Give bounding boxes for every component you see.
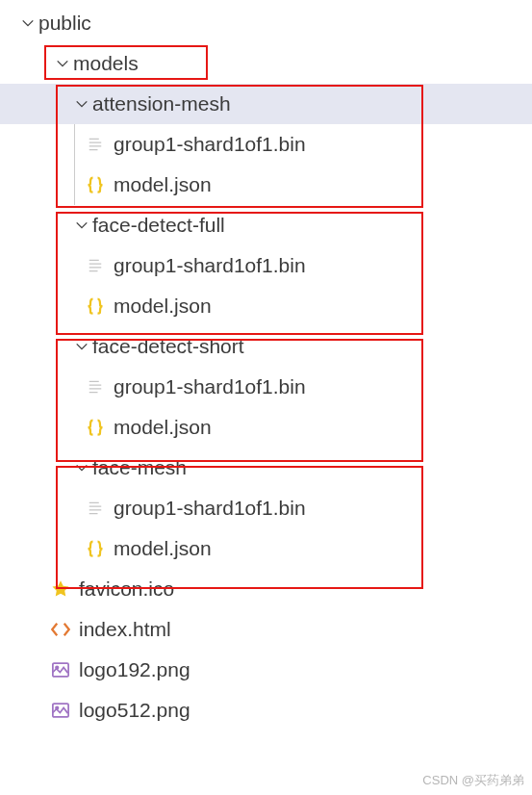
file-label: model.json [114, 295, 212, 318]
file-icon [83, 377, 108, 397]
tree-item-face-mesh[interactable]: face-mesh [0, 448, 532, 488]
tree-item-json-file[interactable]: model.json [0, 165, 532, 205]
tree-item-favicon[interactable]: favicon.ico [0, 569, 532, 609]
tree-item-public[interactable]: public [0, 3, 532, 43]
file-label: group1-shard1of1.bin [114, 375, 306, 398]
file-label: index.html [79, 618, 171, 641]
file-label: logo512.png [79, 699, 190, 722]
file-tree: public models attension-mesh group1-shar… [0, 0, 532, 738]
image-icon [48, 660, 73, 680]
file-label: group1-shard1of1.bin [114, 133, 306, 156]
json-icon [83, 418, 108, 437]
file-label: model.json [114, 173, 212, 196]
tree-item-json-file[interactable]: model.json [0, 407, 532, 448]
json-icon [83, 296, 108, 316]
chevron-down-icon [71, 97, 92, 111]
folder-label: models [73, 52, 139, 75]
json-icon [83, 175, 108, 194]
tree-item-logo512[interactable]: logo512.png [0, 690, 532, 731]
file-label: logo192.png [79, 658, 190, 681]
star-icon [48, 579, 73, 599]
file-label: favicon.ico [79, 577, 174, 601]
chevron-down-icon [71, 461, 92, 474]
chevron-down-icon [71, 218, 92, 232]
folder-label: public [38, 12, 91, 35]
tree-item-models[interactable]: models [0, 43, 532, 84]
file-icon [83, 256, 108, 275]
folder-label: attension-mesh [92, 92, 231, 115]
html-icon [48, 620, 73, 639]
svg-point-1 [56, 666, 59, 669]
tree-item-face-detect-full[interactable]: face-detect-full [0, 205, 532, 245]
tree-item-bin-file[interactable]: group1-shard1of1.bin [0, 245, 532, 286]
tree-item-json-file[interactable]: model.json [0, 528, 532, 569]
file-icon [83, 135, 108, 154]
tree-item-bin-file[interactable]: group1-shard1of1.bin [0, 367, 532, 407]
json-icon [83, 539, 108, 558]
chevron-down-icon [52, 57, 73, 70]
tree-item-index[interactable]: index.html [0, 609, 532, 650]
chevron-down-icon [17, 16, 38, 30]
tree-item-attension-mesh[interactable]: attension-mesh [0, 84, 532, 124]
folder-label: face-detect-full [92, 214, 225, 237]
image-icon [48, 701, 73, 720]
folder-label: face-detect-short [92, 335, 244, 358]
file-label: model.json [114, 537, 212, 560]
tree-item-bin-file[interactable]: group1-shard1of1.bin [0, 124, 532, 165]
file-label: model.json [114, 416, 212, 439]
watermark: CSDN @买药弟弟 [422, 772, 524, 789]
file-label: group1-shard1of1.bin [114, 497, 306, 520]
tree-item-bin-file[interactable]: group1-shard1of1.bin [0, 488, 532, 528]
chevron-down-icon [71, 340, 92, 353]
folder-label: face-mesh [92, 456, 187, 479]
tree-item-json-file[interactable]: model.json [0, 286, 532, 326]
svg-point-3 [56, 706, 59, 709]
tree-item-logo192[interactable]: logo192.png [0, 650, 532, 690]
tree-item-face-detect-short[interactable]: face-detect-short [0, 326, 532, 367]
file-label: group1-shard1of1.bin [114, 254, 306, 277]
file-icon [83, 499, 108, 518]
